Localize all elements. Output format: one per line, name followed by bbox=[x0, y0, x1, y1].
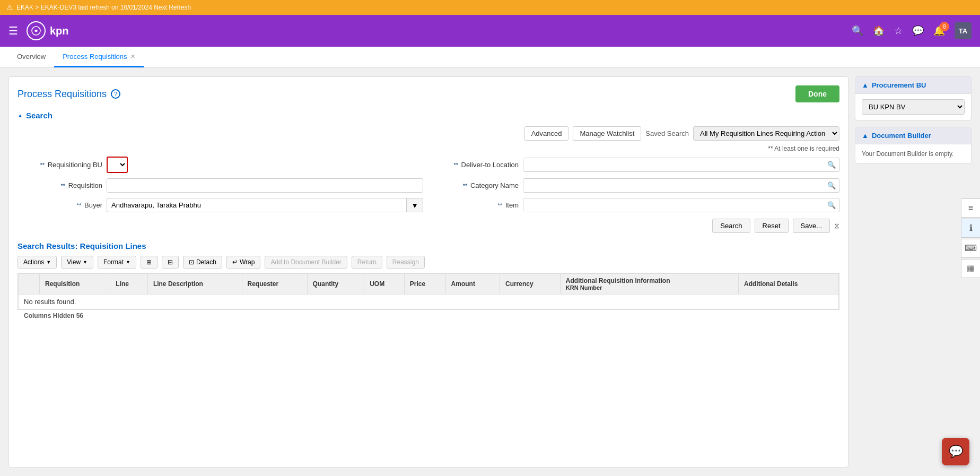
freeze-button[interactable]: ⊞ bbox=[141, 256, 158, 269]
saved-search-label: Saved Search bbox=[645, 129, 689, 137]
view-menu-button[interactable]: View ▼ bbox=[61, 256, 93, 269]
freeze-icon: ⊞ bbox=[146, 258, 152, 266]
results-table: Requisition Line Line Description Reques… bbox=[18, 273, 839, 309]
page-title: Process Requisitions ? bbox=[18, 89, 120, 100]
detach-icon: ⊡ bbox=[189, 258, 194, 266]
col-requisition: Requisition bbox=[40, 274, 110, 295]
format-arrow-icon: ▼ bbox=[126, 259, 130, 265]
detach-button[interactable]: ⊡ Detach bbox=[183, 256, 222, 269]
buyer-lov-button[interactable]: ▼ bbox=[406, 198, 423, 212]
results-table-wrapper: Requisition Line Line Description Reques… bbox=[18, 273, 839, 310]
collapse-triangle[interactable]: ▲ bbox=[18, 112, 23, 118]
wrap-button[interactable]: ↵ Wrap bbox=[226, 256, 260, 269]
buyer-row: ** Buyer Andhavarapu, Taraka Prabhu ▼ bbox=[18, 198, 423, 212]
notification-badge: 8 bbox=[940, 22, 949, 31]
no-results-cell: No results found. bbox=[19, 295, 839, 309]
indent-button[interactable]: ⊟ bbox=[162, 256, 179, 269]
home-icon[interactable]: 🏠 bbox=[873, 25, 885, 37]
filter-icon[interactable]: ⧖ bbox=[834, 221, 839, 230]
procurement-bu-header: ▲ Procurement BU bbox=[855, 77, 971, 94]
columns-hidden-label: Columns Hidden 56 bbox=[18, 310, 839, 322]
col-line: Line bbox=[110, 274, 148, 295]
deliver-to-location-input[interactable] bbox=[523, 158, 824, 171]
col-additional-req-info: Additional Requisition Information KRN N… bbox=[560, 274, 738, 295]
chat-icon[interactable]: 💬 bbox=[912, 25, 924, 37]
indent-icon: ⊟ bbox=[168, 258, 173, 266]
star-icon[interactable]: ☆ bbox=[894, 25, 903, 37]
category-name-input[interactable] bbox=[523, 179, 824, 192]
tab-close-icon[interactable]: ✕ bbox=[130, 53, 135, 60]
deliver-to-location-row: ** Deliver-to Location 🔍 bbox=[434, 157, 839, 173]
main-area: Process Requisitions ? Done ▲ Search Adv… bbox=[0, 68, 980, 476]
requisitioning-bu-row: ** Requisitioning BU bbox=[18, 157, 423, 173]
save-button[interactable]: Save... bbox=[793, 219, 830, 233]
search-icon[interactable]: 🔍 bbox=[852, 25, 863, 37]
logo-area: kpn bbox=[27, 21, 69, 40]
help-icon[interactable]: ? bbox=[111, 89, 120, 99]
requisition-label: ** Requisition bbox=[18, 181, 102, 189]
item-search-icon[interactable]: 🔍 bbox=[824, 199, 839, 211]
right-panel: ▲ Procurement BU BU KPN BV ▲ Document Bu… bbox=[855, 76, 972, 468]
required-note: ** At least one is required bbox=[18, 145, 839, 152]
tab-process-requisitions[interactable]: Process Requisitions ✕ bbox=[54, 47, 143, 67]
category-name-search-icon[interactable]: 🔍 bbox=[824, 179, 839, 192]
item-label: ** Item bbox=[434, 201, 519, 209]
buyer-label: ** Buyer bbox=[18, 201, 102, 209]
manage-watchlist-button[interactable]: Manage Watchlist bbox=[573, 126, 641, 141]
search-section-header: ▲ Search bbox=[18, 111, 839, 120]
user-avatar[interactable]: TA bbox=[955, 22, 972, 39]
left-panel: Process Requisitions ? Done ▲ Search Adv… bbox=[8, 76, 848, 468]
header-right: 🔍 🏠 ☆ 💬 🔔 8 TA bbox=[852, 22, 972, 39]
buyer-field: Andhavarapu, Taraka Prabhu ▼ bbox=[107, 198, 423, 212]
tab-bar: Overview Process Requisitions ✕ bbox=[0, 47, 980, 68]
results-title: Search Results: Requisition Lines bbox=[18, 241, 839, 250]
side-icon-info[interactable]: ℹ bbox=[961, 219, 980, 238]
procurement-bu-section: ▲ Procurement BU BU KPN BV bbox=[855, 76, 972, 120]
col-currency: Currency bbox=[500, 274, 561, 295]
side-icons: ≡ ℹ ⌨ ▦ bbox=[961, 198, 980, 278]
search-button[interactable]: Search bbox=[712, 219, 750, 233]
tab-overview[interactable]: Overview bbox=[8, 47, 54, 67]
deliver-to-location-search-icon[interactable]: 🔍 bbox=[824, 159, 839, 171]
add-to-doc-builder-button[interactable]: Add to Document Builder bbox=[265, 256, 347, 269]
logo-icon bbox=[27, 21, 46, 40]
deliver-to-location-label: ** Deliver-to Location bbox=[434, 161, 519, 169]
side-icon-keyboard[interactable]: ⌨ bbox=[961, 239, 980, 258]
side-icon-grid[interactable]: ▦ bbox=[961, 259, 980, 278]
col-line-description: Line Description bbox=[147, 274, 242, 295]
requisitioning-bu-select[interactable] bbox=[107, 157, 128, 173]
search-actions: Search Reset Save... ⧖ bbox=[18, 219, 839, 233]
actions-menu-button[interactable]: Actions ▼ bbox=[18, 256, 57, 269]
bu-select[interactable]: BU KPN BV bbox=[862, 99, 965, 115]
done-button[interactable]: Done bbox=[795, 85, 839, 102]
return-button[interactable]: Return bbox=[352, 256, 382, 269]
col-price: Price bbox=[404, 274, 445, 295]
deliver-to-location-field: 🔍 bbox=[523, 158, 839, 172]
category-name-label: ** Category Name bbox=[434, 181, 519, 189]
actions-arrow-icon: ▼ bbox=[46, 259, 51, 265]
col-amount: Amount bbox=[445, 274, 500, 295]
col-requester: Requester bbox=[242, 274, 307, 295]
reassign-button[interactable]: Reassign bbox=[387, 256, 425, 269]
warning-bar: ⚠ EKAK > EKAK-DEV3 last refresh on 16/01… bbox=[0, 0, 980, 15]
saved-search-select[interactable]: All My Requisition Lines Requiring Actio… bbox=[693, 126, 839, 141]
notification-icon[interactable]: 🔔 8 bbox=[933, 25, 945, 37]
side-icon-list[interactable]: ≡ bbox=[961, 198, 980, 218]
requisition-input[interactable] bbox=[107, 178, 423, 193]
requisitioning-bu-label: ** Requisitioning BU bbox=[18, 161, 102, 169]
category-name-row: ** Category Name 🔍 bbox=[434, 178, 839, 193]
format-menu-button[interactable]: Format ▼ bbox=[98, 256, 136, 269]
warning-text: EKAK > EKAK-DEV3 last refresh on 16/01/2… bbox=[16, 4, 191, 11]
col-additional-details: Additional Details bbox=[738, 274, 838, 295]
buyer-input[interactable]: Andhavarapu, Taraka Prabhu bbox=[107, 198, 406, 212]
category-name-field: 🔍 bbox=[523, 178, 839, 193]
reset-button[interactable]: Reset bbox=[755, 219, 789, 233]
item-input[interactable] bbox=[523, 198, 824, 212]
hamburger-menu[interactable]: ☰ bbox=[8, 24, 18, 37]
chat-fab[interactable]: 💬 bbox=[942, 438, 969, 465]
select-all-col bbox=[19, 274, 40, 295]
view-arrow-icon: ▼ bbox=[83, 259, 88, 265]
advanced-button[interactable]: Advanced bbox=[524, 126, 569, 141]
results-toolbar: Actions ▼ View ▼ Format ▼ ⊞ ⊟ ⊡ Detach bbox=[18, 256, 839, 269]
search-controls: Advanced Manage Watchlist Saved Search A… bbox=[18, 126, 839, 141]
